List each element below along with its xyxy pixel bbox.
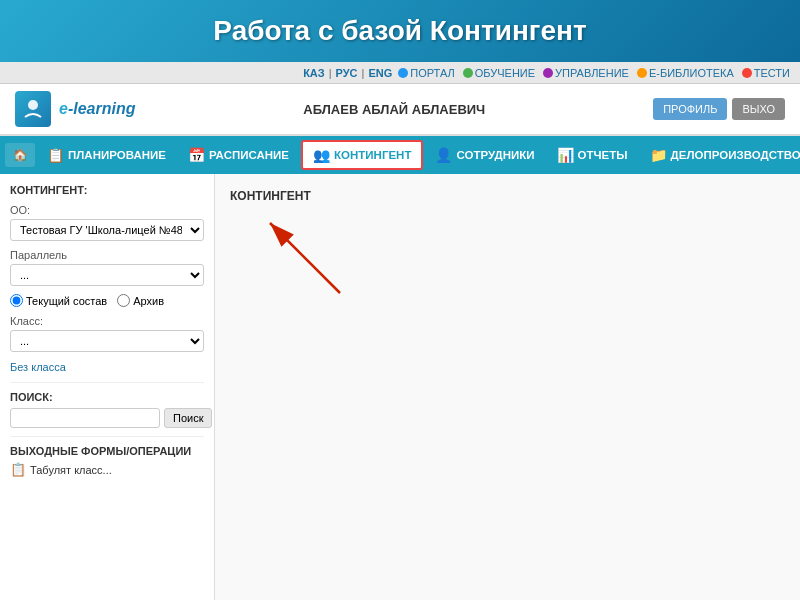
oo-label: ОО: [10,204,204,216]
schedule-label: РАСПИСАНИЕ [209,149,289,161]
parallel-label: Параллель [10,249,204,261]
home-icon: 🏠 [13,148,27,162]
header: e-learning АБЛАЕВ АБЛАЙ АБЛАЕВИЧ ПРОФИЛЬ… [0,84,800,136]
title-banner: Работа с базой Контингент [0,0,800,62]
current-status-radio[interactable]: Текущий состав [10,294,107,307]
search-input[interactable] [10,408,160,428]
content-area: КОНТИНГЕНТ: ОО: Тестовая ГУ 'Школа-лицей… [0,174,800,600]
sidebar: КОНТИНГЕНТ: ОО: Тестовая ГУ 'Школа-лицей… [0,174,215,600]
manage-icon [543,68,553,78]
test-label: ТЕСТИ [754,67,790,79]
sidebar-title: КОНТИНГЕНТ: [10,184,204,196]
reports-icon: 📊 [557,147,574,163]
archive-status-radio[interactable]: Архив [117,294,164,307]
panel-title: КОНТИНГЕНТ [230,189,785,203]
learning-link[interactable]: ОБУЧЕНИЕ [463,67,535,79]
learning-label: ОБУЧЕНИЕ [475,67,535,79]
forms-title: ВЫХОДНЫЕ ФОРМЫ/ОПЕРАЦИИ [10,445,204,457]
search-button[interactable]: Поиск [164,408,212,428]
contingent-icon: 👥 [313,147,330,163]
svg-line-2 [270,223,340,293]
arrow-annotation [240,203,440,353]
manage-link[interactable]: УПРАВЛЕНИЕ [543,67,629,79]
logo-icon [15,91,51,127]
user-name: АБЛАЕВ АБЛАЙ АБЛАЕВИЧ [135,102,653,117]
annotation-area [230,213,785,600]
learn-icon [463,68,473,78]
archive-status-label: Архив [133,295,164,307]
nav-home[interactable]: 🏠 [5,143,35,167]
documents-icon: 📁 [650,147,667,163]
lang-eng[interactable]: ENG [368,67,392,79]
top-nav-bar: КАЗ | РУС | ENG ПОРТАЛ ОБУЧЕНИЕ УПРАВЛЕН… [0,62,800,84]
portal-label: ПОРТАЛ [410,67,454,79]
parallel-group: Параллель ... [10,249,204,286]
class-label: Класс: [10,315,204,327]
nav-employees[interactable]: 👤 СОТРУДНИКИ [425,142,544,168]
portal-link[interactable]: ПОРТАЛ [398,67,454,79]
page-title: Работа с базой Контингент [213,15,586,47]
current-status-label: Текущий состав [26,295,107,307]
forms-list-icon: 📋 [10,462,26,477]
main-panel: КОНТИНГЕНТ [215,174,800,600]
search-section: ПОИСК: Поиск [10,382,204,428]
test-link[interactable]: ТЕСТИ [742,67,790,79]
logout-button[interactable]: ВЫХО [732,98,785,120]
schedule-icon: 📅 [188,147,205,163]
oo-group: ОО: Тестовая ГУ 'Школа-лицей №48' [10,204,204,241]
planning-label: ПЛАНИРОВАНИЕ [68,149,166,161]
forms-list-item: Табулят класс... [30,464,112,476]
class-select[interactable]: ... [10,330,204,352]
class-group: Класс: ... [10,315,204,352]
employees-label: СОТРУДНИКИ [456,149,534,161]
status-radio-group: Текущий состав Архив [10,294,204,307]
nav-planning[interactable]: 📋 ПЛАНИРОВАНИЕ [37,142,176,168]
employees-icon: 👤 [435,147,452,163]
planning-icon: 📋 [47,147,64,163]
library-link[interactable]: Е-БИБЛИОТЕКА [637,67,734,79]
globe-icon [398,68,408,78]
test-icon [742,68,752,78]
forms-section: ВЫХОДНЫЕ ФОРМЫ/ОПЕРАЦИИ 📋 Табулят класс.… [10,436,204,477]
search-title: ПОИСК: [10,391,204,403]
profile-button[interactable]: ПРОФИЛЬ [653,98,727,120]
logo-text: e-learning [59,100,135,118]
manage-label: УПРАВЛЕНИЕ [555,67,629,79]
search-row: Поиск [10,408,204,428]
no-class-link[interactable]: Без класса [10,361,66,373]
documents-label: ДЕЛОПРОИЗВОДСТВО [671,149,800,161]
current-status-input[interactable] [10,294,23,307]
reports-label: ОТЧЕТЫ [578,149,628,161]
header-buttons: ПРОФИЛЬ ВЫХО [653,98,785,120]
lib-icon [637,68,647,78]
nav-contingent[interactable]: 👥 КОНТИНГЕНТ [301,140,423,170]
svg-point-0 [28,100,38,110]
oo-select[interactable]: Тестовая ГУ 'Школа-лицей №48' [10,219,204,241]
nav-documents[interactable]: 📁 ДЕЛОПРОИЗВОДСТВО [640,142,800,168]
library-label: Е-БИБЛИОТЕКА [649,67,734,79]
nav-reports[interactable]: 📊 ОТЧЕТЫ [547,142,638,168]
parallel-select[interactable]: ... [10,264,204,286]
main-nav: 🏠 📋 ПЛАНИРОВАНИЕ 📅 РАСПИСАНИЕ 👥 КОНТИНГЕ… [0,136,800,174]
top-nav-icons: ПОРТАЛ ОБУЧЕНИЕ УПРАВЛЕНИЕ Е-БИБЛИОТЕКА … [398,67,790,79]
contingent-label: КОНТИНГЕНТ [334,149,411,161]
archive-status-input[interactable] [117,294,130,307]
lang-rus[interactable]: РУС [336,67,358,79]
lang-switcher[interactable]: КАЗ | РУС | ENG [303,67,392,79]
nav-schedule[interactable]: 📅 РАСПИСАНИЕ [178,142,299,168]
lang-kaz[interactable]: КАЗ [303,67,325,79]
logo-area: e-learning [15,91,135,127]
